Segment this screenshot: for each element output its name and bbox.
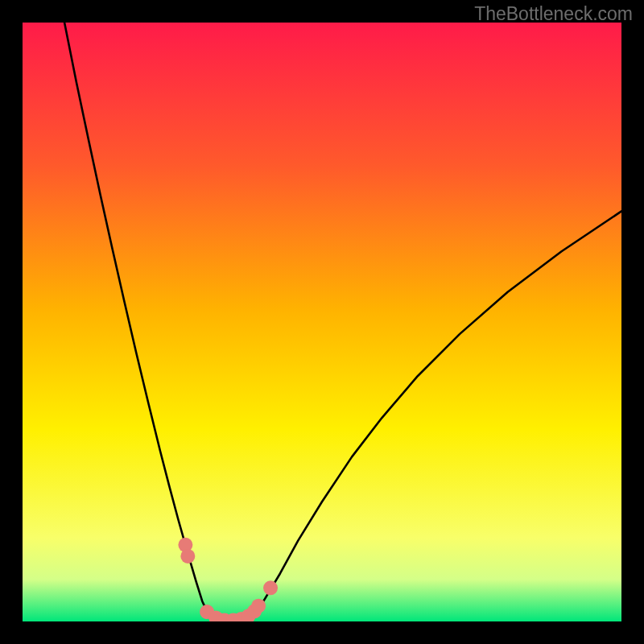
marker-dot — [251, 599, 266, 613]
outer-frame: TheBottleneck.com — [0, 0, 644, 644]
gradient-background — [23, 23, 621, 621]
chart-svg — [23, 23, 621, 621]
marker-dot — [180, 549, 195, 564]
watermark-text: TheBottleneck.com — [474, 3, 633, 25]
marker-dot — [263, 580, 278, 595]
plot-area — [23, 23, 621, 621]
